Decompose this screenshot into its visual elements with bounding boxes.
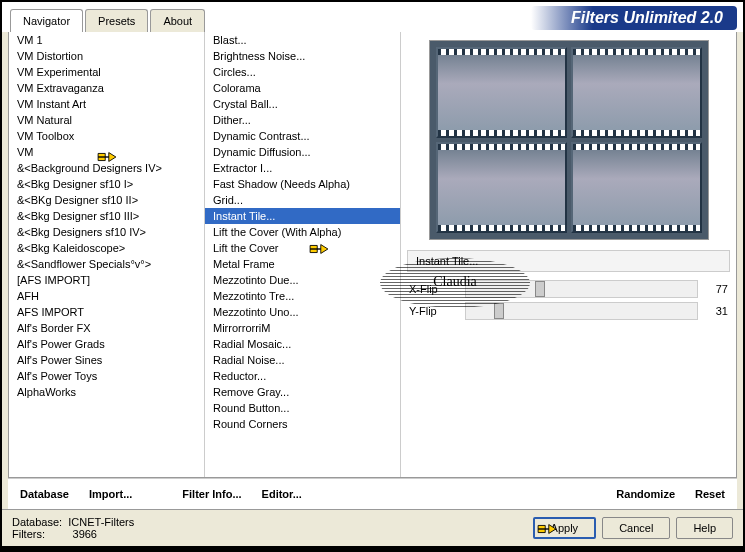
list-item[interactable]: Alf's Power Grads — [9, 336, 204, 352]
list-item[interactable]: Remove Gray... — [205, 384, 400, 400]
randomize-button[interactable]: Randomize — [608, 485, 683, 503]
list-item[interactable]: Dynamic Contrast... — [205, 128, 400, 144]
database-info: Database: ICNET-Filters Filters: 3966 — [12, 516, 134, 540]
slider-value: 77 — [704, 283, 728, 295]
list-item[interactable]: Blast... — [205, 32, 400, 48]
list-item[interactable]: Dynamic Diffusion... — [205, 144, 400, 160]
list-item[interactable]: Alf's Power Sines — [9, 352, 204, 368]
slider-value: 31 — [704, 305, 728, 317]
list-item[interactable]: Fast Shadow (Needs Alpha) — [205, 176, 400, 192]
list-item[interactable]: Alf's Power Toys — [9, 368, 204, 384]
import-button[interactable]: Import... — [81, 485, 140, 503]
list-item[interactable]: Crystal Ball... — [205, 96, 400, 112]
list-item[interactable]: &<Background Designers IV> — [9, 160, 204, 176]
list-item[interactable]: MirrorrorriM — [205, 320, 400, 336]
list-item[interactable]: VM Natural — [9, 112, 204, 128]
list-item[interactable]: Reductor... — [205, 368, 400, 384]
list-item[interactable]: Dither... — [205, 112, 400, 128]
list-item[interactable]: Metal Frame — [205, 256, 400, 272]
list-item[interactable]: Extractor I... — [205, 160, 400, 176]
list-item[interactable]: Colorama — [205, 80, 400, 96]
tab-navigator[interactable]: Navigator — [10, 9, 83, 32]
list-item[interactable]: VM Extravaganza — [9, 80, 204, 96]
tab-about[interactable]: About — [150, 9, 205, 32]
slider-track[interactable] — [465, 302, 698, 320]
list-item[interactable]: Round Button... — [205, 400, 400, 416]
list-item[interactable]: AFS IMPORT — [9, 304, 204, 320]
slider-thumb[interactable] — [535, 281, 545, 297]
list-item[interactable]: Instant Tile... — [205, 208, 400, 224]
list-item[interactable]: &<Bkg Designer sf10 I> — [9, 176, 204, 192]
slider-x-flip[interactable]: X-Flip77 — [405, 278, 732, 300]
apply-button[interactable]: Apply — [533, 517, 597, 539]
list-item[interactable]: &<Bkg Designers sf10 IV> — [9, 224, 204, 240]
list-item[interactable]: VM Toolbox — [9, 128, 204, 144]
list-item[interactable]: VM — [9, 144, 204, 160]
list-item[interactable]: VM Distortion — [9, 48, 204, 64]
list-item[interactable]: Brightness Noise... — [205, 48, 400, 64]
editor-button[interactable]: Editor... — [254, 485, 310, 503]
list-item[interactable]: &<BKg Designer sf10 II> — [9, 192, 204, 208]
database-button[interactable]: Database — [12, 485, 77, 503]
list-item[interactable]: AFH — [9, 288, 204, 304]
category-list[interactable]: VM 1VM DistortionVM ExperimentalVM Extra… — [9, 32, 204, 464]
slider-track[interactable] — [465, 280, 698, 298]
list-item[interactable]: Round Corners — [205, 416, 400, 432]
list-item[interactable]: Mezzotinto Tre... — [205, 288, 400, 304]
filter-info-button[interactable]: Filter Info... — [174, 485, 249, 503]
tab-presets[interactable]: Presets — [85, 9, 148, 32]
list-item[interactable]: &<Bkg Designer sf10 III> — [9, 208, 204, 224]
list-item[interactable]: VM 1 — [9, 32, 204, 48]
list-item[interactable]: Radial Noise... — [205, 352, 400, 368]
list-item[interactable]: Radial Mosaic... — [205, 336, 400, 352]
filter-list[interactable]: Blast...Brightness Noise...Circles...Col… — [205, 32, 400, 464]
list-item[interactable]: AlphaWorks — [9, 384, 204, 400]
help-button[interactable]: Help — [676, 517, 733, 539]
slider-label: X-Flip — [409, 283, 459, 295]
current-filter-name: Instant Tile... — [407, 250, 730, 272]
slider-y-flip[interactable]: Y-Flip31 — [405, 300, 732, 322]
preview-image — [429, 40, 709, 240]
list-item[interactable]: Lift the Cover (With Alpha) — [205, 224, 400, 240]
list-item[interactable]: VM Experimental — [9, 64, 204, 80]
list-item[interactable]: &<Bkg Kaleidoscope> — [9, 240, 204, 256]
list-item[interactable]: VM Instant Art — [9, 96, 204, 112]
list-item[interactable]: Grid... — [205, 192, 400, 208]
list-item[interactable]: &<Sandflower Specials°v°> — [9, 256, 204, 272]
slider-label: Y-Flip — [409, 305, 459, 317]
list-item[interactable]: Circles... — [205, 64, 400, 80]
reset-button[interactable]: Reset — [687, 485, 733, 503]
cancel-button[interactable]: Cancel — [602, 517, 670, 539]
app-title: Filters Unlimited 2.0 — [531, 6, 737, 30]
slider-thumb[interactable] — [494, 303, 504, 319]
list-item[interactable]: [AFS IMPORT] — [9, 272, 204, 288]
list-item[interactable]: Mezzotinto Due... — [205, 272, 400, 288]
list-item[interactable]: Lift the Cover — [205, 240, 400, 256]
list-item[interactable]: Alf's Border FX — [9, 320, 204, 336]
list-item[interactable]: Mezzotinto Uno... — [205, 304, 400, 320]
